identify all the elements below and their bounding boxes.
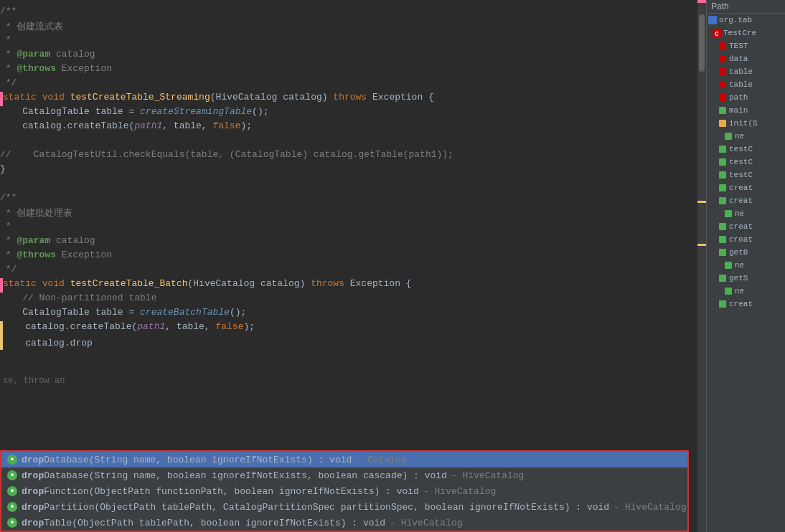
sidebar-item[interactable]: ne — [707, 285, 785, 298]
sidebar-item-label: ne — [735, 132, 744, 141]
sidebar-item-label: ne — [735, 261, 744, 270]
autocomplete-item[interactable]: ● dropFunction(ObjectPath functionPath, … — [1, 483, 687, 499]
sidebar-item[interactable]: testC — [707, 143, 785, 156]
svg-rect-15 — [719, 197, 726, 204]
sidebar-item-label: TestCre — [723, 29, 756, 37]
autocomplete-item[interactable]: ● dropDatabase(String name, boolean igno… — [1, 467, 687, 483]
sidebar-item[interactable]: testC — [707, 168, 785, 181]
sidebar-item-label: init(S — [729, 119, 758, 128]
editor-area: /** * 创建流式表 * * @param catalog * @throws… — [0, 0, 697, 532]
autocomplete-item[interactable]: ● dropTable(ObjectPath tablePath, boolea… — [1, 515, 687, 531]
code-line: CatalogTable table = createStreamingTabl… — [0, 106, 697, 120]
code-line: CatalogTable table = createBatchTable(); — [0, 307, 697, 321]
autocomplete-item[interactable]: ● dropPartition(ObjectPath tablePath, Ca… — [1, 499, 687, 515]
svg-rect-23 — [719, 300, 726, 308]
scroll-marker-yellow — [697, 201, 706, 203]
sidebar-item[interactable]: getS — [707, 272, 785, 285]
sidebar-item[interactable]: table — [707, 78, 785, 91]
sidebar-item-label: org.tab — [719, 16, 752, 24]
method-icon — [718, 196, 727, 205]
svg-rect-14 — [719, 184, 726, 191]
sidebar-item[interactable]: init(S — [707, 117, 785, 130]
method-icon: ● — [7, 518, 17, 528]
sidebar-item[interactable]: ne — [707, 259, 785, 272]
code-line: * @throws Exception — [0, 250, 697, 264]
svg-rect-13 — [719, 171, 726, 179]
sidebar-item[interactable]: getB — [707, 246, 785, 259]
svg-rect-17 — [719, 223, 726, 230]
method-icon — [718, 274, 727, 282]
sidebar: Path org.tab C TestCre TEST data table — [706, 0, 785, 532]
sidebar-item-label: ne — [735, 209, 744, 218]
svg-rect-5 — [719, 68, 726, 75]
sidebar-item-label: creat — [729, 184, 753, 192]
sidebar-item[interactable]: creat — [707, 194, 785, 207]
sidebar-item-label: ne — [735, 287, 744, 295]
autocomplete-item[interactable]: ● dropDatabase(String name, boolean igno… — [1, 452, 687, 467]
method-icon — [724, 132, 733, 141]
sidebar-item[interactable]: creat — [707, 220, 785, 233]
sidebar-item[interactable]: table — [707, 65, 785, 78]
sidebar-item[interactable]: testC — [707, 156, 785, 168]
code-line — [0, 135, 697, 149]
svg-rect-12 — [719, 158, 726, 166]
sidebar-item[interactable]: path — [707, 91, 785, 104]
svg-rect-0 — [708, 16, 717, 24]
code-line: * @throws Exception — [0, 63, 697, 77]
path-title: Path — [711, 1, 729, 11]
method-icon: ● — [7, 455, 17, 465]
sidebar-item[interactable]: ne — [707, 130, 785, 143]
field-icon — [718, 67, 727, 76]
code-line: catalog.drop se, throw an — [0, 336, 697, 350]
sidebar-item-label: data — [729, 54, 748, 63]
sidebar-item-label: testC — [729, 145, 753, 153]
method-icon — [718, 248, 727, 257]
sidebar-item-label: creat — [729, 235, 753, 244]
field-icon — [718, 93, 727, 102]
sidebar-item-label: path — [729, 93, 748, 102]
method-icon — [724, 209, 733, 218]
code-line: /** — [0, 6, 697, 20]
field-icon — [718, 80, 727, 89]
svg-rect-8 — [719, 107, 726, 114]
sidebar-item-label: table — [729, 67, 753, 76]
method-icon — [718, 145, 727, 153]
sidebar-item[interactable]: creat — [707, 181, 785, 194]
autocomplete-dropdown[interactable]: ● dropDatabase(String name, boolean igno… — [0, 450, 689, 532]
svg-rect-16 — [725, 210, 732, 217]
code-line: static void testCreateTable_Streaming(Hi… — [0, 92, 697, 106]
sidebar-item[interactable]: data — [707, 52, 785, 65]
code-line: // Non-partitioned table — [0, 293, 697, 307]
sidebar-item-label: creat — [729, 196, 753, 205]
sidebar-item-label: testC — [729, 171, 753, 179]
package-icon — [708, 16, 717, 24]
svg-text:C: C — [715, 31, 719, 37]
method-icon — [718, 300, 727, 308]
code-line: catalog.createTable(path1, table, false)… — [0, 321, 697, 336]
sidebar-item[interactable]: org.tab — [707, 14, 785, 27]
svg-rect-4 — [719, 55, 726, 62]
sidebar-item[interactable]: TEST — [707, 39, 785, 52]
sidebar-item-label: TEST — [729, 42, 748, 50]
sidebar-item-label: main — [729, 106, 748, 115]
code-line: } — [0, 163, 697, 178]
svg-rect-21 — [719, 275, 726, 282]
method-icon: ● — [7, 470, 17, 480]
sidebar-item-label: testC — [729, 158, 753, 166]
method-icon — [724, 287, 733, 295]
method-icon: ● — [7, 486, 17, 496]
path-label: Path — [707, 0, 785, 14]
sidebar-item[interactable]: creat — [707, 298, 785, 310]
method-icon — [718, 235, 727, 244]
class-icon: C — [713, 29, 721, 37]
sidebar-item[interactable]: creat — [707, 233, 785, 246]
sidebar-item[interactable]: ne — [707, 207, 785, 220]
svg-rect-22 — [725, 288, 732, 295]
sidebar-item[interactable]: main — [707, 104, 785, 117]
svg-rect-9 — [719, 120, 726, 127]
scrollbar-thumb[interactable] — [699, 14, 705, 72]
scrollbar-track[interactable] — [697, 0, 706, 532]
code-line: * — [0, 34, 697, 49]
sidebar-item[interactable]: C TestCre — [707, 27, 785, 39]
method-icon — [718, 184, 727, 192]
